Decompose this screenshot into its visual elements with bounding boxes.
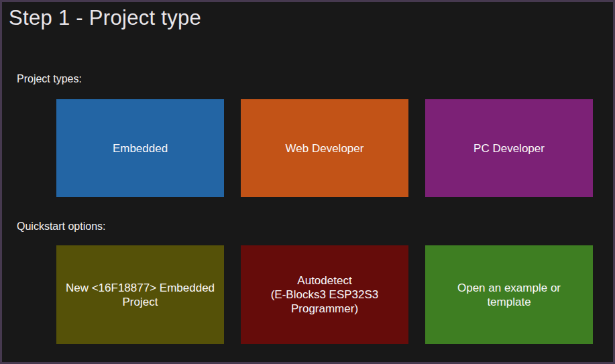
page-title: Step 1 - Project type xyxy=(9,6,201,30)
tile-web-developer[interactable]: Web Developer xyxy=(241,99,408,197)
tile-label: Autodetect (E-Blocks3 ESP32S3 Programmer… xyxy=(269,274,381,316)
tile-autodetect-programmer[interactable]: Autodetect (E-Blocks3 ESP32S3 Programmer… xyxy=(241,245,408,344)
quickstart-options-row: New <16F18877> Embedded Project Autodete… xyxy=(56,245,593,344)
tile-open-example-or-template[interactable]: Open an example or template xyxy=(425,245,593,344)
project-types-label: Project types: xyxy=(17,73,82,85)
project-types-row: Embedded Web Developer PC Developer xyxy=(56,99,593,197)
tile-embedded[interactable]: Embedded xyxy=(56,99,224,197)
tile-label: Web Developer xyxy=(284,141,366,156)
tile-label: Embedded xyxy=(111,141,170,156)
quickstart-options-label: Quickstart options: xyxy=(17,221,106,233)
tile-label: Open an example or template xyxy=(455,281,563,309)
project-wizard-window: Step 1 - Project type Project types: Emb… xyxy=(0,0,615,364)
tile-label: New <16F18877> Embedded Project xyxy=(64,281,217,309)
tile-new-embedded-project[interactable]: New <16F18877> Embedded Project xyxy=(56,245,224,344)
tile-label: PC Developer xyxy=(471,141,547,156)
tile-pc-developer[interactable]: PC Developer xyxy=(425,99,593,197)
